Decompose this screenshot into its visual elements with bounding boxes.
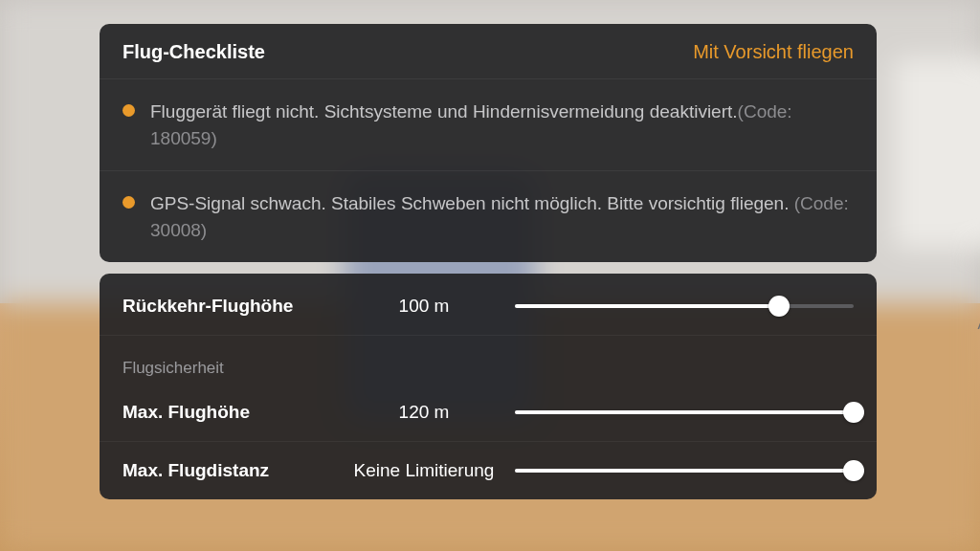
setting-value: 120 m	[352, 402, 496, 423]
max-altitude-slider[interactable]	[515, 401, 854, 424]
checklist-title: Flug-Checkliste	[122, 41, 265, 63]
rth-altitude-slider[interactable]	[515, 295, 854, 318]
setting-value: Keine Limitierung	[352, 460, 496, 481]
checklist-item[interactable]: GPS-Signal schwach. Stabiles Schweben ni…	[100, 171, 877, 262]
max-distance-slider[interactable]	[515, 459, 854, 482]
setting-row-rth: Rückkehr-Flughöhe 100 m	[100, 277, 877, 336]
checklist-item-msg: Fluggerät fliegt nicht. Sichtsysteme und…	[150, 101, 738, 121]
section-header-safety: Flugsicherheit	[100, 336, 877, 384]
checklist-item[interactable]: Fluggerät fliegt nicht. Sichtsysteme und…	[100, 79, 877, 171]
setting-row-max-distance: Max. Flugdistanz Keine Limitierung	[100, 442, 877, 499]
settings-card: Rückkehr-Flughöhe 100 m Flugsicherheit M…	[100, 274, 877, 499]
slider-thumb[interactable]	[843, 402, 864, 423]
slider-fill	[515, 469, 854, 473]
checklist-item-msg: GPS-Signal schwach. Stabiles Schweben ni…	[150, 193, 794, 213]
setting-label: Rückkehr-Flughöhe	[122, 296, 333, 317]
checklist-item-text: GPS-Signal schwach. Stabiles Schweben ni…	[150, 190, 854, 243]
slider-fill	[515, 410, 854, 414]
slider-thumb[interactable]	[843, 460, 864, 481]
setting-label: Max. Flugdistanz	[122, 460, 333, 481]
checklist-item-text: Fluggerät fliegt nicht. Sichtsysteme und…	[150, 99, 854, 151]
checklist-card: Flug-Checkliste Mit Vorsicht fliegen Flu…	[100, 24, 877, 262]
slider-thumb[interactable]	[768, 296, 790, 317]
checklist-status[interactable]: Mit Vorsicht fliegen	[693, 41, 854, 63]
setting-value: 100 m	[352, 296, 496, 317]
setting-label: Max. Flughöhe	[122, 402, 333, 423]
slider-fill	[515, 304, 779, 308]
warning-dot-icon	[122, 104, 135, 117]
warning-dot-icon	[122, 196, 135, 209]
settings-overlay: Flug-Checkliste Mit Vorsicht fliegen Flu…	[100, 24, 877, 511]
setting-row-max-altitude: Max. Flughöhe 120 m	[100, 384, 877, 442]
checklist-header: Flug-Checkliste Mit Vorsicht fliegen	[100, 24, 877, 79]
